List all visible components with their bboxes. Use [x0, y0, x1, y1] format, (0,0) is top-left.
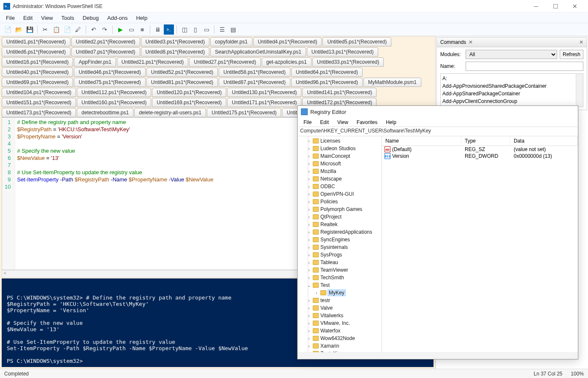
regedit-address-bar[interactable]: Computer\HKEY_CURRENT_USER\Software\Test… — [298, 127, 578, 136]
file-tab[interactable]: Untitled21.ps1*(Recovered) — [117, 57, 188, 67]
tree-node[interactable]: ›TechSmith — [313, 274, 382, 281]
cut-icon[interactable]: ✂ — [40, 24, 50, 35]
tree-node[interactable]: ›MainConcept — [313, 152, 382, 160]
file-tab[interactable]: SearchApplicationGetUninstallKey.ps1 — [210, 47, 306, 57]
file-tab[interactable]: Untitled52.ps1*(Recovered) — [146, 68, 218, 77]
file-tab[interactable]: Untitled4.ps1*(Recovered) — [253, 37, 322, 46]
tree-node[interactable]: ›Policies — [313, 198, 382, 205]
tree-node[interactable]: ›Wow6432Node — [313, 335, 382, 342]
tree-node[interactable]: ›Netscape — [313, 175, 382, 183]
file-tab[interactable]: Untitled2.ps1*(Recovered) — [71, 37, 140, 46]
file-tab[interactable]: Untitled7.ps1*(Recovered) — [71, 47, 140, 57]
file-tab[interactable]: Untitled130.ps1*(Recovered) — [227, 88, 301, 97]
tree-node[interactable]: ›QtProject — [313, 213, 382, 221]
file-tab[interactable]: get-azpolicies.ps1 — [262, 57, 312, 67]
file-tab[interactable]: AppFinder.ps1 — [74, 57, 116, 67]
file-tab[interactable]: Untitled120.ps1*(Recovered) — [152, 88, 226, 97]
tree-node[interactable]: ›TeamViewer — [313, 266, 382, 274]
close-button[interactable]: ✕ — [565, 0, 585, 13]
tree-node[interactable]: ›Polymorph Games — [313, 205, 382, 213]
menu-view[interactable]: View — [37, 14, 57, 22]
tree-node[interactable]: ›VMware, Inc. — [313, 319, 382, 327]
regedit-columns[interactable]: Name Type Data — [382, 136, 578, 146]
commands-scrollbar[interactable] — [576, 74, 583, 107]
tree-node[interactable]: ›RegisteredApplications — [313, 228, 382, 236]
name-input[interactable] — [466, 62, 583, 71]
file-tab[interactable]: delete-registry-all-users.ps1 — [134, 108, 206, 117]
file-tab[interactable]: Untitled75.ps1*(Recovered) — [74, 78, 145, 87]
regedit-tree[interactable]: ›Licenses›Ludeon Studios›MainConcept›Mic… — [298, 136, 382, 352]
regedit-title-bar[interactable]: Registry Editor — [298, 106, 578, 118]
layout1-icon[interactable]: ◫ — [179, 24, 190, 35]
command-item[interactable]: A: — [442, 75, 581, 82]
file-tab[interactable]: Untitled141.ps1*(Recovered) — [302, 88, 377, 97]
menu-edit[interactable]: Edit — [19, 14, 37, 22]
file-tab[interactable]: Untitled69.ps1*(Recovered) — [2, 78, 73, 87]
commands-list[interactable]: A:Add-AppProvisionedSharedPackageContain… — [440, 73, 583, 107]
paste-icon[interactable]: 📄 — [62, 24, 72, 35]
file-tab[interactable]: Untitled81.ps1*(Recovered) — [146, 78, 218, 87]
file-tab[interactable]: Untitled58.ps1*(Recovered) — [219, 68, 290, 77]
registry-value-row[interactable]: ab(Default)REG_SZ(value not set) — [382, 146, 578, 153]
command-item[interactable]: Add-AppvClientConnectionGroup — [442, 97, 581, 105]
tree-node[interactable]: ›Licenses — [313, 137, 382, 145]
tree-node[interactable]: ›OpenVPN-GUI — [313, 190, 382, 198]
tree-node[interactable]: ›testr — [313, 297, 382, 304]
file-tab[interactable]: Untitled171.ps1*(Recovered) — [227, 98, 301, 107]
file-tab[interactable]: Untitled46.ps1*(Recovered) — [74, 68, 145, 77]
registry-value-row[interactable]: 011VersionREG_DWORD0x0000000d (13) — [382, 153, 578, 159]
file-tab[interactable]: Untitled16.ps1*(Recovered) — [2, 57, 73, 67]
new-icon[interactable]: 📄 — [3, 24, 13, 35]
run-selection-icon[interactable]: ▭ — [126, 24, 136, 35]
tree-node[interactable]: ›MyKey — [320, 289, 382, 297]
file-tab[interactable]: Untitled96.ps1*(Recovered) — [291, 78, 363, 87]
file-tab[interactable]: Untitled6.ps1*(Recovered) — [2, 47, 70, 57]
code-area[interactable]: # Define the registry path and property … — [15, 118, 215, 270]
file-tab[interactable]: Untitled27.ps1*(Recovered) — [189, 57, 260, 67]
file-tab[interactable]: Untitled112.ps1*(Recovered) — [77, 88, 151, 97]
tree-node[interactable]: ›Ludeon Studios — [313, 145, 382, 152]
menu-help[interactable]: Help — [132, 14, 152, 22]
file-tab[interactable]: Untitled87.ps1*(Recovered) — [219, 78, 290, 87]
menu-debug[interactable]: Debug — [79, 14, 103, 22]
file-tab[interactable]: Untitled5.ps1*(Recovered) — [322, 37, 391, 46]
tree-node[interactable]: ›Valve — [313, 304, 382, 312]
layout2-icon[interactable]: ▯ — [190, 24, 201, 35]
commands-panel-close-icon[interactable]: ✕ — [579, 39, 583, 45]
command-item[interactable]: Add-AppProvisionedSharedPackageContainer — [442, 82, 581, 90]
maximize-button[interactable]: ☐ — [546, 0, 565, 13]
menu-addons[interactable]: Add-ons — [103, 14, 132, 22]
file-tab[interactable]: Untitled33.ps1*(Recovered) — [312, 57, 384, 67]
file-tab[interactable]: Untitled8.ps1*(Recovered) — [141, 47, 210, 57]
menu-tools[interactable]: Tools — [57, 14, 78, 22]
show-script-icon[interactable]: ▤ — [228, 24, 238, 35]
regedit-menu-favorites[interactable]: Favorites — [352, 119, 382, 126]
regedit-tree-hscroll[interactable] — [298, 352, 578, 359]
open-icon[interactable]: 📂 — [14, 24, 24, 35]
tree-node[interactable]: ›Realtek — [313, 221, 382, 228]
regedit-menu-help[interactable]: Help — [382, 119, 401, 126]
regedit-menu-view[interactable]: View — [333, 119, 352, 126]
col-name[interactable]: Name — [382, 136, 461, 146]
regedit-menu-file[interactable]: File — [299, 119, 316, 126]
powershell-icon[interactable]: >_ — [164, 24, 174, 35]
file-tab[interactable]: Untitled1.ps1*(Recovered) — [2, 37, 70, 46]
file-tab[interactable]: Untitled173.ps1*(Recovered) — [2, 108, 76, 117]
tree-node[interactable]: ›SysProgs — [313, 251, 382, 259]
tree-node[interactable]: ›Tableau — [313, 259, 382, 266]
file-tab[interactable]: Untitled104.ps1*(Recovered) — [2, 88, 76, 97]
registry-editor-window[interactable]: Registry Editor File Edit View Favorites… — [297, 105, 578, 359]
regedit-menu-edit[interactable]: Edit — [316, 119, 333, 126]
redo-icon[interactable]: ↷ — [100, 24, 110, 35]
tree-node[interactable]: ⌄Test — [313, 281, 382, 289]
file-tab[interactable]: Untitled175.ps1*(Recovered) — [207, 108, 281, 117]
tree-node[interactable]: ›Microsoft — [313, 160, 382, 167]
file-tab[interactable]: MyMathModule.psm1 — [363, 78, 421, 87]
save-icon[interactable]: 💾 — [24, 24, 35, 35]
file-tab[interactable]: Untitled64.ps1*(Recovered) — [291, 68, 363, 77]
col-data[interactable]: Data — [510, 136, 578, 146]
file-tab[interactable]: copyfolder.ps1 — [210, 37, 252, 46]
show-command-icon[interactable]: ☰ — [217, 24, 227, 35]
file-tab[interactable]: Untitled13.ps1*(Recovered) — [307, 47, 378, 57]
tree-node[interactable]: ›Xamarin — [313, 342, 382, 350]
